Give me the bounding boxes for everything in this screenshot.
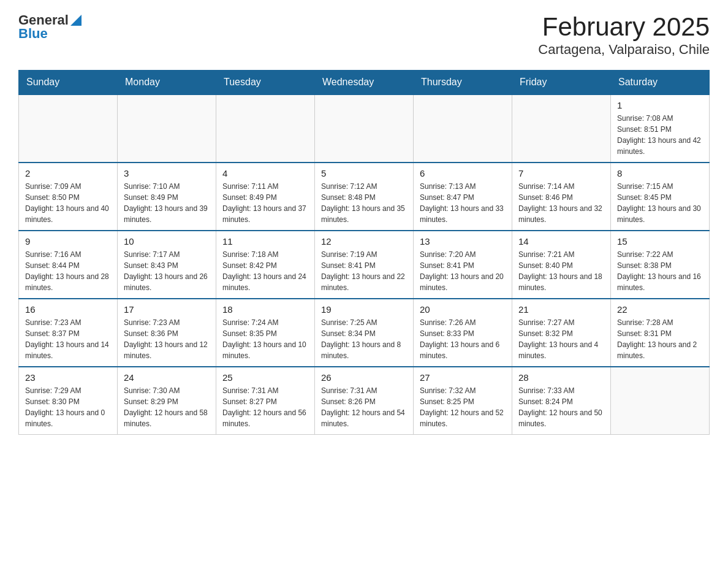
calendar-cell: 18Sunrise: 7:24 AMSunset: 8:35 PMDayligh… [216, 299, 315, 367]
day-number: 27 [420, 372, 506, 383]
calendar-cell: 26Sunrise: 7:31 AMSunset: 8:26 PMDayligh… [315, 367, 414, 435]
col-wednesday: Wednesday [315, 71, 414, 95]
logo: General Blue [18, 12, 82, 42]
calendar-cell: 19Sunrise: 7:25 AMSunset: 8:34 PMDayligh… [315, 299, 414, 367]
day-number: 12 [321, 236, 407, 247]
calendar-body: 1Sunrise: 7:08 AMSunset: 8:51 PMDaylight… [19, 94, 710, 435]
day-number: 17 [124, 304, 210, 315]
calendar-week-row: 23Sunrise: 7:29 AMSunset: 8:30 PMDayligh… [19, 367, 710, 435]
calendar-cell: 20Sunrise: 7:26 AMSunset: 8:33 PMDayligh… [414, 299, 512, 367]
day-info: Sunrise: 7:32 AMSunset: 8:25 PMDaylight:… [420, 385, 506, 429]
calendar-cell: 13Sunrise: 7:20 AMSunset: 8:41 PMDayligh… [414, 231, 512, 299]
day-number: 19 [321, 304, 407, 315]
calendar-cell: 23Sunrise: 7:29 AMSunset: 8:30 PMDayligh… [19, 367, 118, 435]
day-number: 10 [124, 236, 210, 247]
logo-triangle-icon [70, 15, 82, 26]
day-number: 28 [518, 372, 604, 383]
day-info: Sunrise: 7:16 AMSunset: 8:44 PMDaylight:… [25, 249, 111, 293]
day-info: Sunrise: 7:22 AMSunset: 8:38 PMDaylight:… [617, 249, 703, 293]
day-info: Sunrise: 7:12 AMSunset: 8:48 PMDaylight:… [321, 181, 407, 225]
day-number: 8 [617, 168, 703, 178]
day-number: 11 [222, 236, 308, 247]
day-info: Sunrise: 7:14 AMSunset: 8:46 PMDaylight:… [518, 181, 604, 225]
calendar-header: Sunday Monday Tuesday Wednesday Thursday… [19, 71, 710, 95]
col-monday: Monday [118, 71, 216, 95]
days-of-week-row: Sunday Monday Tuesday Wednesday Thursday… [19, 71, 710, 95]
day-info: Sunrise: 7:11 AMSunset: 8:49 PMDaylight:… [222, 181, 308, 225]
location-subtitle: Cartagena, Valparaiso, Chile [538, 42, 710, 58]
day-info: Sunrise: 7:28 AMSunset: 8:31 PMDaylight:… [617, 317, 703, 361]
col-thursday: Thursday [414, 71, 512, 95]
day-info: Sunrise: 7:08 AMSunset: 8:51 PMDaylight:… [617, 113, 703, 157]
day-info: Sunrise: 7:31 AMSunset: 8:26 PMDaylight:… [321, 385, 407, 429]
calendar-week-row: 1Sunrise: 7:08 AMSunset: 8:51 PMDaylight… [19, 94, 710, 163]
calendar-cell [216, 94, 315, 163]
day-number: 18 [222, 304, 308, 315]
day-info: Sunrise: 7:20 AMSunset: 8:41 PMDaylight:… [420, 249, 506, 293]
day-info: Sunrise: 7:24 AMSunset: 8:35 PMDaylight:… [222, 317, 308, 361]
day-number: 15 [617, 236, 703, 247]
day-number: 7 [518, 168, 604, 178]
day-number: 22 [617, 304, 703, 315]
calendar-table: Sunday Monday Tuesday Wednesday Thursday… [18, 70, 710, 435]
day-number: 6 [420, 168, 506, 178]
day-number: 26 [321, 372, 407, 383]
calendar-cell: 4Sunrise: 7:11 AMSunset: 8:49 PMDaylight… [216, 163, 315, 231]
calendar-cell: 8Sunrise: 7:15 AMSunset: 8:45 PMDaylight… [611, 163, 710, 231]
calendar-cell: 2Sunrise: 7:09 AMSunset: 8:50 PMDaylight… [19, 163, 118, 231]
calendar-week-row: 16Sunrise: 7:23 AMSunset: 8:37 PMDayligh… [19, 299, 710, 367]
calendar-cell: 10Sunrise: 7:17 AMSunset: 8:43 PMDayligh… [118, 231, 216, 299]
logo-blue-text: Blue [18, 26, 48, 42]
calendar-cell: 12Sunrise: 7:19 AMSunset: 8:41 PMDayligh… [315, 231, 414, 299]
day-info: Sunrise: 7:23 AMSunset: 8:37 PMDaylight:… [25, 317, 111, 361]
day-info: Sunrise: 7:18 AMSunset: 8:42 PMDaylight:… [222, 249, 308, 293]
calendar-cell [19, 94, 118, 163]
day-info: Sunrise: 7:21 AMSunset: 8:40 PMDaylight:… [518, 249, 604, 293]
day-info: Sunrise: 7:27 AMSunset: 8:32 PMDaylight:… [518, 317, 604, 361]
day-info: Sunrise: 7:09 AMSunset: 8:50 PMDaylight:… [25, 181, 111, 225]
day-info: Sunrise: 7:10 AMSunset: 8:49 PMDaylight:… [124, 181, 210, 225]
col-saturday: Saturday [611, 71, 710, 95]
day-number: 2 [25, 168, 111, 178]
calendar-cell: 5Sunrise: 7:12 AMSunset: 8:48 PMDaylight… [315, 163, 414, 231]
day-info: Sunrise: 7:15 AMSunset: 8:45 PMDaylight:… [617, 181, 703, 225]
month-title: February 2025 [538, 12, 710, 42]
day-info: Sunrise: 7:30 AMSunset: 8:29 PMDaylight:… [124, 385, 210, 429]
calendar-cell: 9Sunrise: 7:16 AMSunset: 8:44 PMDaylight… [19, 231, 118, 299]
calendar-cell: 3Sunrise: 7:10 AMSunset: 8:49 PMDaylight… [118, 163, 216, 231]
calendar-cell: 22Sunrise: 7:28 AMSunset: 8:31 PMDayligh… [611, 299, 710, 367]
calendar-cell: 21Sunrise: 7:27 AMSunset: 8:32 PMDayligh… [512, 299, 611, 367]
day-number: 1 [617, 100, 703, 110]
calendar-cell [414, 94, 512, 163]
calendar-cell: 28Sunrise: 7:33 AMSunset: 8:24 PMDayligh… [512, 367, 611, 435]
day-info: Sunrise: 7:23 AMSunset: 8:36 PMDaylight:… [124, 317, 210, 361]
day-info: Sunrise: 7:25 AMSunset: 8:34 PMDaylight:… [321, 317, 407, 361]
day-info: Sunrise: 7:19 AMSunset: 8:41 PMDaylight:… [321, 249, 407, 293]
calendar-week-row: 9Sunrise: 7:16 AMSunset: 8:44 PMDaylight… [19, 231, 710, 299]
day-number: 3 [124, 168, 210, 178]
svg-marker-0 [70, 15, 82, 26]
calendar-cell: 25Sunrise: 7:31 AMSunset: 8:27 PMDayligh… [216, 367, 315, 435]
calendar-week-row: 2Sunrise: 7:09 AMSunset: 8:50 PMDaylight… [19, 163, 710, 231]
day-info: Sunrise: 7:29 AMSunset: 8:30 PMDaylight:… [25, 385, 111, 429]
calendar-cell: 16Sunrise: 7:23 AMSunset: 8:37 PMDayligh… [19, 299, 118, 367]
day-info: Sunrise: 7:31 AMSunset: 8:27 PMDaylight:… [222, 385, 308, 429]
day-number: 21 [518, 304, 604, 315]
day-number: 14 [518, 236, 604, 247]
day-number: 24 [124, 372, 210, 383]
col-sunday: Sunday [19, 71, 118, 95]
day-number: 20 [420, 304, 506, 315]
day-number: 5 [321, 168, 407, 178]
calendar-cell [512, 94, 611, 163]
col-tuesday: Tuesday [216, 71, 315, 95]
calendar-cell: 27Sunrise: 7:32 AMSunset: 8:25 PMDayligh… [414, 367, 512, 435]
calendar-cell: 17Sunrise: 7:23 AMSunset: 8:36 PMDayligh… [118, 299, 216, 367]
calendar-cell: 24Sunrise: 7:30 AMSunset: 8:29 PMDayligh… [118, 367, 216, 435]
calendar-cell [611, 367, 710, 435]
day-number: 16 [25, 304, 111, 315]
day-number: 9 [25, 236, 111, 247]
day-number: 13 [420, 236, 506, 247]
title-block: February 2025 Cartagena, Valparaiso, Chi… [538, 12, 710, 58]
calendar-cell [315, 94, 414, 163]
day-info: Sunrise: 7:17 AMSunset: 8:43 PMDaylight:… [124, 249, 210, 293]
